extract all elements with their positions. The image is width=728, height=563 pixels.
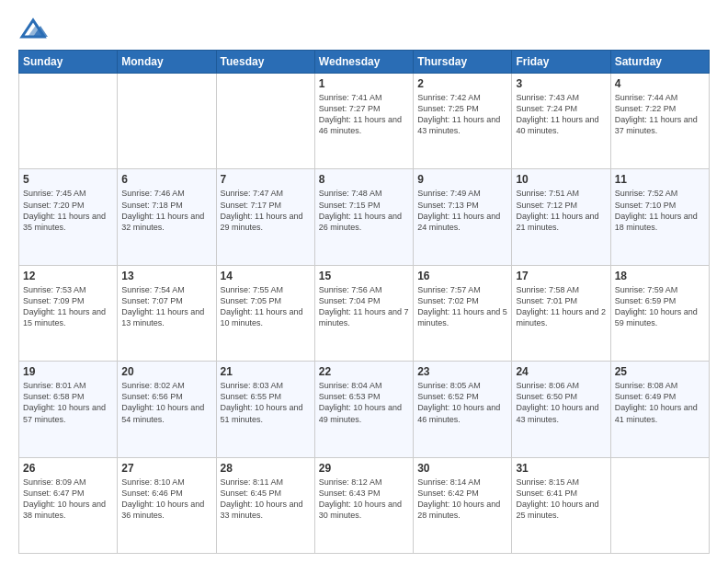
weekday-header-saturday: Saturday bbox=[610, 51, 709, 74]
day-cell bbox=[216, 74, 314, 169]
day-cell: 3Sunrise: 7:43 AMSunset: 7:24 PMDaylight… bbox=[512, 74, 610, 169]
logo-icon bbox=[18, 17, 48, 42]
day-info: Sunrise: 8:08 AMSunset: 6:49 PMDaylight:… bbox=[615, 380, 705, 425]
day-info: Sunrise: 8:05 AMSunset: 6:52 PMDaylight:… bbox=[417, 380, 507, 425]
week-row-3: 12Sunrise: 7:53 AMSunset: 7:09 PMDayligh… bbox=[19, 265, 710, 361]
day-info: Sunrise: 7:48 AMSunset: 7:15 PMDaylight:… bbox=[319, 188, 409, 233]
day-info: Sunrise: 7:52 AMSunset: 7:10 PMDaylight:… bbox=[615, 188, 705, 233]
day-number: 25 bbox=[615, 365, 705, 378]
day-info: Sunrise: 7:43 AMSunset: 7:24 PMDaylight:… bbox=[516, 92, 606, 137]
day-info: Sunrise: 7:44 AMSunset: 7:22 PMDaylight:… bbox=[615, 92, 705, 137]
day-info: Sunrise: 7:58 AMSunset: 7:01 PMDaylight:… bbox=[516, 284, 606, 329]
day-info: Sunrise: 7:51 AMSunset: 7:12 PMDaylight:… bbox=[516, 188, 606, 233]
day-cell: 5Sunrise: 7:45 AMSunset: 7:20 PMDaylight… bbox=[19, 169, 118, 265]
day-cell: 1Sunrise: 7:41 AMSunset: 7:27 PMDaylight… bbox=[314, 74, 413, 169]
day-number: 23 bbox=[417, 365, 507, 378]
weekday-header-sunday: Sunday bbox=[19, 51, 118, 74]
day-cell: 13Sunrise: 7:54 AMSunset: 7:07 PMDayligh… bbox=[118, 265, 216, 361]
day-number: 16 bbox=[417, 270, 507, 282]
day-info: Sunrise: 7:42 AMSunset: 7:25 PMDaylight:… bbox=[417, 92, 507, 137]
day-info: Sunrise: 8:03 AMSunset: 6:55 PMDaylight:… bbox=[221, 380, 311, 425]
day-cell: 4Sunrise: 7:44 AMSunset: 7:22 PMDaylight… bbox=[610, 74, 709, 169]
weekday-header-row: SundayMondayTuesdayWednesdayThursdayFrid… bbox=[19, 51, 710, 74]
day-number: 2 bbox=[417, 77, 507, 90]
day-cell: 15Sunrise: 7:56 AMSunset: 7:04 PMDayligh… bbox=[314, 265, 413, 361]
day-number: 3 bbox=[516, 77, 606, 90]
page: SundayMondayTuesdayWednesdayThursdayFrid… bbox=[0, 0, 728, 563]
day-cell: 26Sunrise: 8:09 AMSunset: 6:47 PMDayligh… bbox=[19, 457, 118, 553]
weekday-header-thursday: Thursday bbox=[414, 51, 512, 74]
day-cell: 11Sunrise: 7:52 AMSunset: 7:10 PMDayligh… bbox=[610, 169, 709, 265]
day-number: 27 bbox=[121, 462, 211, 475]
day-info: Sunrise: 7:56 AMSunset: 7:04 PMDaylight:… bbox=[319, 284, 409, 329]
day-info: Sunrise: 7:53 AMSunset: 7:09 PMDaylight:… bbox=[23, 284, 113, 329]
day-number: 30 bbox=[417, 462, 507, 475]
day-number: 18 bbox=[615, 270, 705, 282]
day-cell bbox=[19, 74, 118, 169]
day-info: Sunrise: 7:45 AMSunset: 7:20 PMDaylight:… bbox=[23, 188, 113, 233]
day-cell: 22Sunrise: 8:04 AMSunset: 6:53 PMDayligh… bbox=[314, 362, 413, 457]
day-number: 14 bbox=[221, 270, 311, 282]
day-cell: 6Sunrise: 7:46 AMSunset: 7:18 PMDaylight… bbox=[118, 169, 216, 265]
header bbox=[18, 17, 710, 42]
day-info: Sunrise: 8:01 AMSunset: 6:58 PMDaylight:… bbox=[23, 380, 113, 425]
day-cell: 30Sunrise: 8:14 AMSunset: 6:42 PMDayligh… bbox=[414, 457, 512, 553]
day-cell: 2Sunrise: 7:42 AMSunset: 7:25 PMDaylight… bbox=[414, 74, 512, 169]
day-cell: 29Sunrise: 8:12 AMSunset: 6:43 PMDayligh… bbox=[314, 457, 413, 553]
calendar-table: SundayMondayTuesdayWednesdayThursdayFrid… bbox=[18, 50, 710, 554]
day-cell: 17Sunrise: 7:58 AMSunset: 7:01 PMDayligh… bbox=[512, 265, 610, 361]
day-info: Sunrise: 8:04 AMSunset: 6:53 PMDaylight:… bbox=[319, 380, 409, 425]
day-cell: 27Sunrise: 8:10 AMSunset: 6:46 PMDayligh… bbox=[118, 457, 216, 553]
day-number: 6 bbox=[121, 173, 211, 186]
day-number: 5 bbox=[23, 173, 113, 186]
day-info: Sunrise: 7:46 AMSunset: 7:18 PMDaylight:… bbox=[121, 188, 211, 233]
day-number: 20 bbox=[121, 365, 211, 378]
day-number: 12 bbox=[23, 270, 113, 282]
day-number: 31 bbox=[516, 462, 606, 475]
day-number: 21 bbox=[221, 365, 311, 378]
day-number: 11 bbox=[615, 173, 705, 186]
day-cell: 7Sunrise: 7:47 AMSunset: 7:17 PMDaylight… bbox=[216, 169, 314, 265]
logo bbox=[18, 17, 51, 42]
week-row-4: 19Sunrise: 8:01 AMSunset: 6:58 PMDayligh… bbox=[19, 362, 710, 457]
week-row-2: 5Sunrise: 7:45 AMSunset: 7:20 PMDaylight… bbox=[19, 169, 710, 265]
day-cell: 9Sunrise: 7:49 AMSunset: 7:13 PMDaylight… bbox=[414, 169, 512, 265]
day-number: 19 bbox=[23, 365, 113, 378]
day-cell: 12Sunrise: 7:53 AMSunset: 7:09 PMDayligh… bbox=[19, 265, 118, 361]
day-number: 10 bbox=[516, 173, 606, 186]
week-row-5: 26Sunrise: 8:09 AMSunset: 6:47 PMDayligh… bbox=[19, 457, 710, 553]
day-cell: 16Sunrise: 7:57 AMSunset: 7:02 PMDayligh… bbox=[414, 265, 512, 361]
day-cell: 21Sunrise: 8:03 AMSunset: 6:55 PMDayligh… bbox=[216, 362, 314, 457]
day-info: Sunrise: 8:06 AMSunset: 6:50 PMDaylight:… bbox=[516, 380, 606, 425]
day-info: Sunrise: 7:55 AMSunset: 7:05 PMDaylight:… bbox=[221, 284, 311, 329]
day-number: 28 bbox=[221, 462, 311, 475]
weekday-header-wednesday: Wednesday bbox=[314, 51, 413, 74]
day-number: 9 bbox=[417, 173, 507, 186]
day-cell: 19Sunrise: 8:01 AMSunset: 6:58 PMDayligh… bbox=[19, 362, 118, 457]
day-info: Sunrise: 8:15 AMSunset: 6:41 PMDaylight:… bbox=[516, 477, 606, 522]
weekday-header-monday: Monday bbox=[118, 51, 216, 74]
day-info: Sunrise: 7:54 AMSunset: 7:07 PMDaylight:… bbox=[121, 284, 211, 329]
day-number: 7 bbox=[221, 173, 311, 186]
day-number: 22 bbox=[319, 365, 409, 378]
day-cell bbox=[610, 457, 709, 553]
weekday-header-friday: Friday bbox=[512, 51, 610, 74]
day-info: Sunrise: 7:41 AMSunset: 7:27 PMDaylight:… bbox=[319, 92, 409, 137]
day-number: 29 bbox=[319, 462, 409, 475]
day-info: Sunrise: 7:59 AMSunset: 6:59 PMDaylight:… bbox=[615, 284, 705, 329]
day-cell: 14Sunrise: 7:55 AMSunset: 7:05 PMDayligh… bbox=[216, 265, 314, 361]
day-cell: 8Sunrise: 7:48 AMSunset: 7:15 PMDaylight… bbox=[314, 169, 413, 265]
day-number: 15 bbox=[319, 270, 409, 282]
day-info: Sunrise: 8:10 AMSunset: 6:46 PMDaylight:… bbox=[121, 477, 211, 522]
day-cell: 23Sunrise: 8:05 AMSunset: 6:52 PMDayligh… bbox=[414, 362, 512, 457]
day-cell: 18Sunrise: 7:59 AMSunset: 6:59 PMDayligh… bbox=[610, 265, 709, 361]
day-number: 13 bbox=[121, 270, 211, 282]
week-row-1: 1Sunrise: 7:41 AMSunset: 7:27 PMDaylight… bbox=[19, 74, 710, 169]
day-info: Sunrise: 8:12 AMSunset: 6:43 PMDaylight:… bbox=[319, 477, 409, 522]
day-number: 4 bbox=[615, 77, 705, 90]
day-cell: 20Sunrise: 8:02 AMSunset: 6:56 PMDayligh… bbox=[118, 362, 216, 457]
day-info: Sunrise: 8:11 AMSunset: 6:45 PMDaylight:… bbox=[221, 477, 311, 522]
day-info: Sunrise: 7:49 AMSunset: 7:13 PMDaylight:… bbox=[417, 188, 507, 233]
day-cell: 25Sunrise: 8:08 AMSunset: 6:49 PMDayligh… bbox=[610, 362, 709, 457]
day-cell: 31Sunrise: 8:15 AMSunset: 6:41 PMDayligh… bbox=[512, 457, 610, 553]
